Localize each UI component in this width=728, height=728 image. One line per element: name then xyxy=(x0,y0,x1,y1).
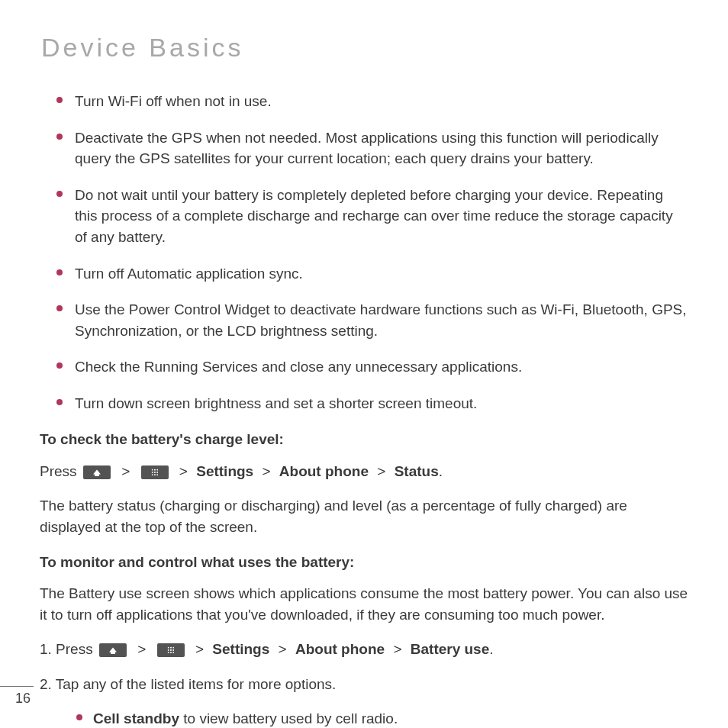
option-bold: Cell standby xyxy=(93,710,179,726)
monitor-description: The Battery use screen shows which appli… xyxy=(40,583,688,625)
monitor-options-list: Cell standby to view battery used by cel… xyxy=(76,708,691,728)
check-description: The battery status (charging or discharg… xyxy=(40,495,688,537)
path-about-phone: About phone xyxy=(279,463,369,479)
press-label: Press xyxy=(40,463,77,479)
list-item: Turn off Automatic application sync. xyxy=(56,263,688,285)
monitor-step-2: 2. Tap any of the listed items for more … xyxy=(40,674,691,695)
home-icon xyxy=(99,643,127,657)
path-about-phone: About phone xyxy=(295,641,385,657)
home-icon xyxy=(83,465,111,479)
list-item: Check the Running Services and close any… xyxy=(56,356,688,378)
monitor-heading: To monitor and control what uses the bat… xyxy=(40,552,691,573)
check-path: Press > > Settings > About phone > Statu… xyxy=(40,461,688,482)
option-rest: to view battery used by cell radio. xyxy=(179,710,398,726)
list-item: Turn down screen brightness and set a sh… xyxy=(56,393,688,414)
list-item: Cell standby to view battery used by cel… xyxy=(76,708,691,728)
page-title: Device Basics xyxy=(41,29,691,66)
chevron-right-icon: > xyxy=(393,641,401,657)
chevron-right-icon: > xyxy=(121,463,130,479)
chevron-right-icon: > xyxy=(195,641,204,657)
tips-list: Turn Wi-Fi off when not in use. Deactiva… xyxy=(56,91,688,414)
path-status: Status xyxy=(395,463,439,479)
list-item: Use the Power Control Widget to deactiva… xyxy=(56,299,688,341)
chevron-right-icon: > xyxy=(137,641,146,657)
path-settings: Settings xyxy=(196,463,253,479)
path-settings: Settings xyxy=(212,641,269,657)
chevron-right-icon: > xyxy=(279,641,287,657)
path-battery-use: Battery use xyxy=(411,641,490,657)
chevron-right-icon: > xyxy=(262,463,270,479)
list-item: Deactivate the GPS when not needed. Most… xyxy=(56,127,688,169)
page-number: 16 xyxy=(15,688,31,708)
chevron-right-icon: > xyxy=(179,463,188,479)
step1-prefix: 1. Press xyxy=(40,641,93,657)
check-heading: To check the battery's charge level: xyxy=(40,429,691,450)
apps-icon xyxy=(157,643,185,657)
list-item: Turn Wi-Fi off when not in use. xyxy=(56,91,688,112)
monitor-step-1: 1. Press > > Settings > About phone > Ba… xyxy=(40,639,691,660)
list-item: Do not wait until your battery is comple… xyxy=(56,185,688,248)
chevron-right-icon: > xyxy=(377,463,385,479)
apps-icon xyxy=(141,465,169,479)
page-rule xyxy=(0,686,34,687)
